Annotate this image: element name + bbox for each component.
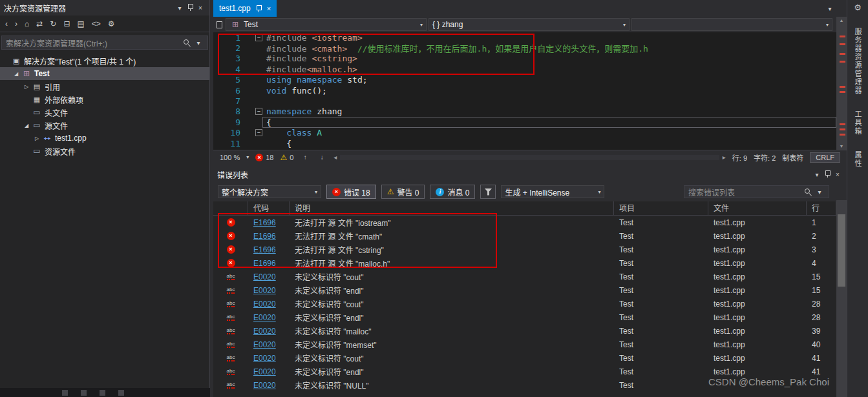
error-count-badge[interactable]: × 18 <box>255 154 273 161</box>
column-header-severity[interactable] <box>213 201 248 215</box>
tab-list-caret-icon[interactable]: ▾ <box>825 5 835 12</box>
taskbar-icon[interactable] <box>118 390 124 396</box>
tree-item[interactable]: ▷引用 <box>0 80 209 93</box>
taskbar-icon[interactable] <box>81 390 87 396</box>
scroll-left-icon[interactable]: ◂ <box>333 154 337 161</box>
error-code-link[interactable]: E0020 <box>248 313 290 322</box>
tab-test1-cpp[interactable]: test1.cpp × <box>213 0 277 17</box>
error-row[interactable]: ×E1696无法打开 源 文件 "cstring"Testtest1.cpp3 <box>213 243 847 256</box>
scrollbar-thumb[interactable] <box>838 214 845 287</box>
error-row[interactable]: ×E1696无法打开 源 文件 "malloc.h"Testtest1.cpp4 <box>213 256 847 270</box>
line-indicator[interactable]: 行: 9 <box>732 152 747 163</box>
fold-collapse-icon[interactable]: − <box>255 129 262 136</box>
window-menu-caret-icon[interactable]: ▾ <box>175 5 185 12</box>
error-code-link[interactable]: E0020 <box>248 367 290 376</box>
scope-dropdown[interactable]: { } zhang ▾ <box>429 18 630 31</box>
error-row[interactable]: abcE0020未定义标识符 "endl"Testtest1.cpp15 <box>213 283 847 297</box>
error-row[interactable]: abcE0020未定义标识符 "malloc"Testtest1.cpp39 <box>213 324 847 338</box>
error-code-link[interactable]: E0020 <box>248 340 290 349</box>
error-row[interactable]: abcE0020未定义标识符 "cout"Testtest1.cpp28 <box>213 297 847 310</box>
gear-icon[interactable]: ⚙ <box>108 20 115 28</box>
tree-item[interactable]: 资源文件 <box>0 145 209 158</box>
column-header-代码[interactable]: 代码 <box>248 201 290 215</box>
close-icon[interactable]: × <box>267 5 271 12</box>
collapsed-arrow-icon[interactable]: ▷ <box>22 84 31 90</box>
scroll-right-icon[interactable]: ▸ <box>723 154 726 161</box>
refresh-icon[interactable]: ↻ <box>50 20 56 28</box>
project-dropdown[interactable]: Test ▾ <box>226 18 427 31</box>
tree-item[interactable]: 解决方案"Test"(1 个项目/共 1 个) <box>0 54 209 67</box>
close-icon[interactable]: × <box>195 5 206 12</box>
column-header-说明[interactable]: 说明 <box>290 201 614 215</box>
error-code-link[interactable]: E1696 <box>248 218 290 227</box>
solution-explorer-search-input[interactable]: 索解决方案资源管理器(Ctrl+;) ▾ <box>1 36 208 50</box>
scope-filter-dropdown[interactable]: 整个解决方案 ▾ <box>218 185 321 198</box>
pin-icon[interactable] <box>255 5 262 13</box>
pin-icon[interactable] <box>187 3 194 12</box>
error-code-link[interactable]: E1696 <box>248 259 290 268</box>
error-row[interactable]: ×E1696无法打开 源 文件 "cmath"Testtest1.cpp2 <box>213 229 847 243</box>
fold-collapse-icon[interactable]: − <box>255 108 262 115</box>
tab-toolbox[interactable]: 工具箱 <box>852 110 863 136</box>
error-row[interactable]: abcE0020未定义标识符 "cout"Testtest1.cpp15 <box>213 270 847 283</box>
scroll-up-icon[interactable]: ▲ <box>836 18 847 23</box>
error-list-scrollbar[interactable] <box>836 200 847 397</box>
expanded-arrow-icon[interactable]: ◢ <box>12 71 21 77</box>
tab-server-explorer[interactable]: 服务器资源管理器 <box>852 28 863 95</box>
errors-filter-button[interactable]: × 错误 18 <box>326 185 376 199</box>
prev-error-icon[interactable]: ↑ <box>300 154 310 161</box>
code-editor[interactable]: 1−#include <iostream>2#include <cmath> /… <box>213 32 836 150</box>
horizontal-scrollbar[interactable]: ◂ ▸ <box>333 154 725 161</box>
forward-icon[interactable]: › <box>15 20 17 28</box>
error-list-search-input[interactable]: 搜索错误列表 ▾ <box>684 185 829 198</box>
scrollbar-track[interactable] <box>340 155 719 160</box>
member-dropdown[interactable]: ▾ <box>631 18 832 31</box>
next-error-icon[interactable]: ↓ <box>317 154 327 161</box>
code-view-icon[interactable]: <> <box>92 20 101 28</box>
error-code-link[interactable]: E0020 <box>248 286 290 295</box>
filter-button[interactable] <box>480 185 496 199</box>
error-row[interactable]: ×E1696无法打开 源 文件 "iostream"Testtest1.cpp1 <box>213 216 847 229</box>
messages-filter-button[interactable]: i 消息 0 <box>430 185 475 199</box>
tree-item[interactable]: ◢Test <box>0 67 209 80</box>
indent-indicator[interactable]: 制表符 <box>782 152 803 163</box>
back-icon[interactable]: ‹ <box>5 20 8 28</box>
zoom-dropdown[interactable]: 100 % ▾ <box>220 154 249 161</box>
tree-item[interactable]: 头文件 <box>0 106 209 119</box>
error-code-link[interactable]: E1696 <box>248 232 290 241</box>
error-code-link[interactable]: E0020 <box>248 272 290 281</box>
collapse-all-icon[interactable]: ⊟ <box>63 20 70 28</box>
scroll-down-icon[interactable]: ▼ <box>836 144 847 148</box>
error-row[interactable]: abcE0020未定义标识符 "cout"Testtest1.cpp41 <box>213 351 847 365</box>
column-header-行[interactable]: 行 <box>807 201 836 215</box>
column-header-项目[interactable]: 项目 <box>614 201 708 215</box>
warning-count-badge[interactable]: ⚠ 0 <box>280 153 293 162</box>
tree-item[interactable]: ▷test1.cpp <box>0 132 209 145</box>
properties-icon[interactable]: ▤ <box>77 20 84 28</box>
eol-indicator[interactable]: CRLF <box>810 152 840 163</box>
error-code-link[interactable]: E0020 <box>248 327 290 336</box>
window-menu-caret-icon[interactable]: ▾ <box>812 171 822 178</box>
warnings-filter-button[interactable]: ⚠ 警告 0 <box>381 185 425 199</box>
fold-collapse-icon[interactable]: − <box>255 34 262 41</box>
taskbar-icon[interactable] <box>62 390 68 396</box>
tree-item[interactable]: 外部依赖项 <box>0 93 209 106</box>
gear-icon[interactable]: ⚙ <box>854 3 862 12</box>
error-code-link[interactable]: E0020 <box>248 354 290 363</box>
error-code-link[interactable]: E1696 <box>248 245 290 254</box>
error-row[interactable]: abcE0020未定义标识符 "endl"Testtest1.cpp28 <box>213 310 847 324</box>
error-row[interactable]: abcE0020未定义标识符 "memset"Testtest1.cpp40 <box>213 338 847 351</box>
sync-icon[interactable]: ⇄ <box>36 20 43 28</box>
source-filter-dropdown[interactable]: 生成 + IntelliSense ▾ <box>501 185 604 198</box>
error-code-link[interactable]: E0020 <box>248 381 290 390</box>
tree-item[interactable]: ◢源文件 <box>0 119 209 132</box>
search-options-caret-icon[interactable]: ▾ <box>193 39 204 46</box>
close-icon[interactable]: × <box>832 171 843 178</box>
column-indicator[interactable]: 字符: 2 <box>754 152 776 163</box>
column-header-文件[interactable]: 文件 <box>708 201 807 215</box>
error-code-link[interactable]: E0020 <box>248 300 290 309</box>
editor-scrollbar[interactable]: ▲ ▼ <box>836 17 847 150</box>
home-icon[interactable]: ⌂ <box>25 20 29 28</box>
search-options-caret-icon[interactable]: ▾ <box>814 188 825 196</box>
collapsed-arrow-icon[interactable]: ▷ <box>32 136 41 141</box>
